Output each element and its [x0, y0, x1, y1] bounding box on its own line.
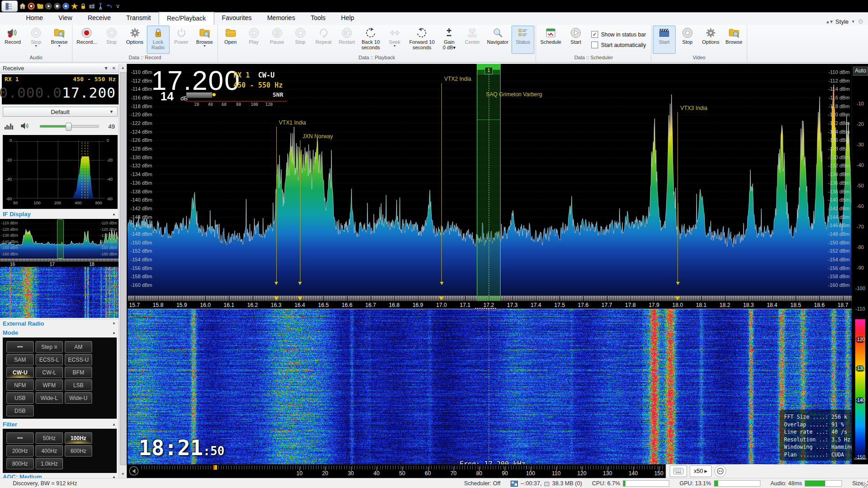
navigator-button[interactable]: Navigator	[484, 26, 511, 54]
options-button[interactable]: Options	[699, 26, 722, 54]
mode-wide-l-button[interactable]: Wide-L	[36, 392, 63, 404]
scroll-up-icon[interactable]: ▲	[119, 64, 126, 71]
mode-lsb-button[interactable]: LSB	[65, 379, 92, 391]
start-button[interactable]: Start	[653, 26, 676, 54]
start-button[interactable]: Start	[564, 26, 587, 54]
mode-am-button[interactable]: AM	[65, 341, 92, 353]
volume-slider[interactable]	[40, 125, 99, 128]
frequency-digits[interactable]: 000.000.017.200	[0, 84, 116, 101]
auto-contrast-button[interactable]: Auto	[853, 67, 868, 76]
zoom-level-button[interactable]: x50 ▶	[690, 465, 712, 477]
lock-radio-button[interactable]: Lock Radio	[147, 26, 170, 54]
checkbox-box[interactable]: ✓	[591, 31, 598, 38]
scroll-down-icon[interactable]: ▼	[119, 471, 126, 478]
star-icon[interactable]	[70, 2, 78, 10]
center-button[interactable]: Center	[461, 26, 484, 54]
mode-nfm-button[interactable]: NFM	[6, 379, 34, 391]
mode-ecss-l-button[interactable]: ECSS-L	[36, 354, 63, 365]
panel-scrollbar[interactable]: ▲ ▼	[119, 64, 127, 478]
position-marker[interactable]	[213, 465, 217, 470]
speaker-icon[interactable]	[21, 122, 30, 131]
mode-cw-u-button[interactable]: CW-U	[6, 367, 34, 378]
tab-home[interactable]: Home	[18, 12, 51, 25]
mode---button[interactable]: •••	[6, 341, 34, 353]
section-collapse-icon[interactable]: ▲	[112, 212, 116, 216]
tuning-selection-band[interactable]: 1	[477, 64, 501, 296]
tab-receive[interactable]: Receive	[80, 12, 119, 25]
resize-grip[interactable]	[863, 483, 867, 488]
app-menu-button[interactable]	[1, 0, 18, 12]
scroll-left-button[interactable]	[129, 466, 139, 476]
tab-view[interactable]: View	[51, 12, 80, 25]
back-10-seconds-button[interactable]: Back 10 seconds	[359, 26, 383, 54]
filter-800hz-button[interactable]: 800Hz	[6, 458, 34, 469]
browse-button[interactable]: Browse	[723, 26, 745, 54]
add-icon[interactable]	[62, 2, 70, 10]
tab-memories[interactable]: Memories	[259, 12, 303, 25]
forward-10-seconds-button[interactable]: Forward 10 seconds	[407, 26, 438, 54]
seek-button[interactable]: Seek▼	[383, 26, 406, 54]
main-waterfall-display[interactable]: 18:21:50 Freq: 17.200 kHz Span: ±1.540 k…	[128, 309, 852, 464]
repeat-button[interactable]: Repeat	[312, 26, 335, 54]
waterfall-contrast-strip[interactable]: Auto -10-20-30-40-50-60-70-80-90-100-110…	[852, 64, 868, 464]
undo-icon[interactable]	[105, 2, 113, 10]
mode-sam-button[interactable]: SAM	[6, 354, 34, 365]
if-waterfall-mini[interactable]	[0, 267, 119, 318]
keyboard-button[interactable]	[670, 465, 687, 477]
browse-button[interactable]: Browse▼	[193, 26, 216, 54]
equalizer-icon[interactable]	[5, 123, 13, 130]
checkbox-show-in-status-bar[interactable]: ✓Show in status bar	[591, 31, 646, 38]
power-button[interactable]: Power	[170, 26, 193, 54]
section-header-filter[interactable]: Filter ▲	[0, 420, 119, 428]
more-icon[interactable]	[114, 2, 122, 10]
record--button[interactable]: Record...	[74, 26, 100, 54]
playback-position-bar[interactable]: 102030405060708090100110120130140150 x50…	[128, 464, 868, 478]
antenna-icon[interactable]	[96, 2, 104, 10]
filter-50hz-button[interactable]: 50Hz	[36, 432, 63, 444]
filter-200hz-button[interactable]: 200Hz	[6, 445, 34, 457]
main-spectrum-display[interactable]: -110 dBm-110 dBm-112 dBm-112 dBm-114 dBm…	[128, 64, 852, 296]
help-icon[interactable]	[27, 2, 35, 10]
if-selection-band[interactable]	[57, 219, 64, 259]
mode-cw-l-button[interactable]: CW-L	[36, 367, 63, 378]
open-button[interactable]: Open	[219, 26, 242, 54]
play-icon[interactable]	[44, 2, 52, 10]
browse-button[interactable]: Browse▼	[48, 26, 71, 54]
mode-dsb-button[interactable]: DSB	[6, 405, 34, 416]
position-ruler[interactable]	[141, 466, 663, 469]
options-button[interactable]: Options	[124, 26, 146, 54]
if-spectrum-mini[interactable]: -110 dBm-110 dBm-120 dBm-120 dBm-130 dBm…	[0, 219, 119, 259]
style-dropdown-icon[interactable]: ▼	[852, 20, 855, 24]
pane-close-icon[interactable]: ✕	[112, 66, 116, 71]
filter-400hz-button[interactable]: 400Hz	[36, 445, 63, 457]
panel-scrollbar-thumb[interactable]	[120, 72, 127, 465]
folder-icon[interactable]	[36, 2, 44, 10]
filter-100hz-button[interactable]: 100Hz	[65, 432, 92, 444]
tab-help[interactable]: Help	[333, 12, 362, 25]
receive-pane-header[interactable]: Receive ▼ ✕	[0, 64, 119, 73]
checkbox-start-automatically[interactable]: Start automatically	[591, 42, 646, 48]
settings-gear-icon[interactable]: ⚙	[858, 18, 863, 25]
record-button[interactable]: Record	[1, 26, 24, 54]
stop-button[interactable]: Stop	[100, 26, 123, 54]
mode-wfm-button[interactable]: WFM	[36, 379, 63, 391]
pane-collapse-icon[interactable]: ▼	[104, 66, 108, 71]
stop-button[interactable]: Stop	[289, 26, 312, 54]
frequency-display[interactable]: RX 1 450 - 550 Hz 000.000.017.200	[2, 74, 119, 104]
mode-usb-button[interactable]: USB	[6, 392, 34, 404]
collapse-ribbon-icon[interactable]: ▲▼	[826, 19, 833, 24]
frequency-axis[interactable]: 15.715.815.916.016.116.216.316.416.516.6…	[128, 296, 852, 310]
mode-wide-u-button[interactable]: Wide-U	[65, 392, 92, 404]
schedule-button[interactable]: Schedule	[537, 26, 564, 54]
tab-tools[interactable]: Tools	[303, 12, 333, 25]
stop-icon[interactable]	[53, 2, 61, 10]
mode-bfm-button[interactable]: BFM	[65, 367, 92, 378]
filter-1-0khz-button[interactable]: 1.0kHz	[36, 458, 63, 469]
autoscroll-button[interactable]	[714, 465, 726, 477]
volume-slider-thumb[interactable]	[66, 123, 72, 131]
style-button[interactable]: Style	[836, 18, 849, 25]
lock-icon[interactable]	[79, 2, 87, 10]
camera-icon[interactable]	[88, 2, 96, 10]
mode-step--button[interactable]: Step ≡	[36, 341, 63, 353]
section-collapse-icon[interactable]: ▲	[112, 331, 116, 335]
